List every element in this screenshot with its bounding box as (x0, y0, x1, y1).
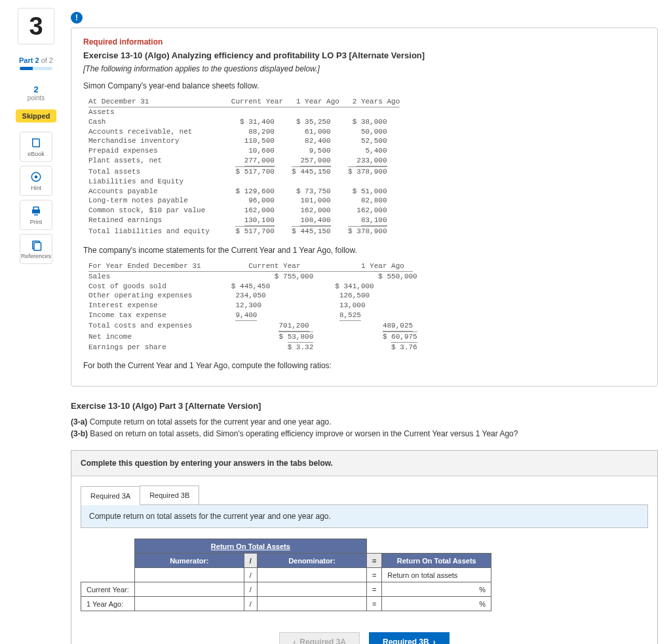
ebook-button[interactable]: eBook (20, 132, 52, 162)
cy-result-input[interactable]: % (382, 582, 491, 597)
required-information-label: Required information (83, 37, 645, 47)
cy-denominator-input[interactable] (257, 582, 366, 597)
ratios-instruction: For both the Current Year and 1 Year Ago… (83, 361, 645, 370)
points-label: points (28, 94, 45, 102)
hint-button[interactable]: Hint (20, 166, 52, 196)
numerator-header: Numerator: (134, 554, 244, 568)
hint-icon (30, 171, 42, 183)
chevron-left-icon: ‹ (293, 637, 296, 644)
question-number: 3 (18, 8, 54, 45)
tab-required-3a[interactable]: Required 3A (81, 486, 140, 505)
calc-main-header: Return On Total Assets (134, 539, 366, 554)
question-panel: Required information Exercise 13-10 (Alg… (71, 28, 658, 387)
print-icon (30, 205, 42, 217)
denominator-header: Denominator: (257, 554, 366, 568)
answer-header: Complete this question by entering your … (71, 451, 657, 476)
requirement-3a: (3-a) (3-a) Compute return on total asse… (71, 417, 658, 426)
row-current-year-label: Current Year: (81, 582, 135, 597)
income-intro: The company's income statements for the … (83, 246, 645, 255)
py-denominator-input[interactable] (257, 597, 366, 611)
answer-area: Complete this question by entering your … (71, 450, 658, 644)
book-icon (30, 137, 42, 149)
references-icon (30, 239, 42, 251)
nav-prev-button: ‹ Required 3A (279, 632, 360, 644)
py-numerator-input[interactable] (134, 597, 244, 611)
cy-numerator-input[interactable] (134, 582, 244, 597)
numerator-label-input[interactable] (134, 568, 244, 582)
balance-sheet-table: At December 31 Current Year 1 Year Ago 2… (88, 97, 645, 237)
nav-next-button[interactable]: Required 3B › (369, 632, 450, 644)
svg-point-1 (35, 175, 38, 178)
requirement-3b: (3-b) Based on return on total assets, d… (71, 429, 658, 438)
denominator-label-input[interactable] (257, 568, 366, 582)
chevron-right-icon: › (433, 637, 436, 644)
references-button[interactable]: References (20, 234, 52, 264)
part-label: Part 2 of 2 (19, 56, 53, 64)
result-header: Return On Total Assets (382, 554, 491, 568)
points-value: 2 (33, 85, 38, 94)
progress-bar (20, 67, 52, 70)
preface: [The following information applies to th… (83, 64, 645, 73)
balance-intro: Simon Company's year-end balance sheets … (83, 81, 645, 90)
print-button[interactable]: Print (20, 200, 52, 230)
row-prior-year-label: 1 Year Ago: (81, 597, 135, 611)
svg-rect-3 (34, 242, 41, 250)
income-statement-table: For Year Ended December 31 Current Year … (88, 261, 645, 352)
part3-title: Exercise 13-10 (Algo) Part 3 [Alternate … (71, 401, 658, 411)
return-on-assets-table: Return On Total Assets Numerator: / Deno… (81, 539, 491, 611)
tab-required-3b[interactable]: Required 3B (140, 485, 199, 504)
py-result-input[interactable]: % (382, 597, 491, 611)
info-icon: ! (71, 12, 83, 24)
exercise-title: Exercise 13-10 (Algo) Analyzing efficien… (83, 50, 645, 60)
skipped-badge: Skipped (16, 109, 57, 123)
tab-instruction: Compute return on total assets for the c… (81, 505, 648, 528)
result-label: Return on total assets (382, 568, 491, 582)
